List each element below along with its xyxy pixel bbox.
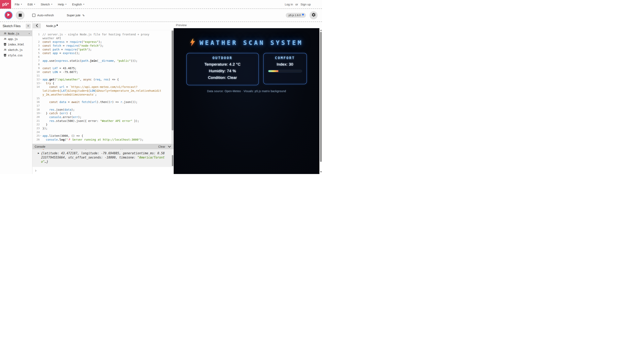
- scroll-down-arrow-icon[interactable]: [320, 171, 322, 173]
- line-number: 15: [32, 96, 42, 100]
- top-nav-bar: p5* File▾Edit▾Sketch▾Help▾English▾ Log i…: [0, 0, 322, 9]
- expand-triangle-icon[interactable]: ▶: [38, 151, 41, 164]
- add-file-button[interactable]: +: [26, 24, 30, 28]
- js-file-icon: JS: [4, 32, 6, 34]
- collapse-sidebar-button[interactable]: [32, 23, 41, 28]
- file-options-caret-icon[interactable]: ▾: [28, 32, 30, 34]
- menu-help[interactable]: Help▾: [58, 2, 66, 6]
- code-editor[interactable]: 1// server.js - single Node.js file for …: [32, 30, 174, 144]
- code-row[interactable]: 26 console.log(" Server running at http:…: [32, 138, 174, 142]
- code-row[interactable]: 7app.use(express.static(path.join(__dirn…: [32, 59, 174, 63]
- code-row[interactable]: 16 const data = await fetch(url).then((r…: [32, 100, 174, 104]
- sketch-name: Super jute ✎: [67, 13, 84, 17]
- console-entry-text: {latitude: 43.472187, longitude: -79.694…: [41, 151, 166, 164]
- pencil-icon[interactable]: ✎: [82, 14, 85, 16]
- js-file-icon: JS: [4, 49, 6, 51]
- code-text: [42, 55, 42, 59]
- code-row[interactable]: 1// server.js - single Node.js file for …: [32, 32, 174, 36]
- line-number: [32, 93, 42, 96]
- scroll-up-arrow-icon[interactable]: [320, 29, 322, 31]
- code-row[interactable]: 2const express = require("express");: [32, 40, 174, 44]
- caret-down-icon: ▾: [66, 3, 66, 5]
- editor-scrollbar-thumb[interactable]: [172, 30, 174, 130]
- code-row[interactable]: 12▾app.get("/api/weather", async (req, r…: [32, 78, 174, 81]
- code-row[interactable]: 13▾ try {: [32, 81, 174, 85]
- stop-sketch-button[interactable]: [16, 11, 24, 20]
- file-item-app-js[interactable]: JSapp.js: [0, 36, 32, 42]
- comfort-heading: COMFORT: [264, 56, 306, 60]
- code-row[interactable]: 9const LAT = 43.4675;: [32, 66, 174, 70]
- code-row[interactable]: 18 res.json(data);: [32, 108, 174, 112]
- code-row[interactable]: 25▾app.listen(3000, () => {: [32, 134, 174, 138]
- console-actions: Clear: [158, 145, 171, 148]
- line-number: 3: [32, 44, 42, 48]
- signup-link[interactable]: Sign up: [300, 2, 311, 6]
- file-item-node-js[interactable]: JSNode.js▾: [0, 31, 32, 36]
- line-number: 25▾: [32, 134, 42, 138]
- code-row[interactable]: latitude=${LAT}&longitude=${LON}&hourly=…: [32, 89, 174, 93]
- comfort-bar-fill: [268, 70, 278, 72]
- console-output[interactable]: 🚀 Server running at http://localhost:300…: [32, 149, 174, 167]
- console-entry-clipped: 🚀 Server running at http://localhost:300…: [32, 149, 174, 151]
- code-row[interactable]: 10const LON = -79.6877;: [32, 70, 174, 74]
- code-row[interactable]: 17: [32, 104, 174, 108]
- code-row[interactable]: 23});: [32, 126, 174, 130]
- code-row[interactable]: 8: [32, 62, 174, 66]
- code-row[interactable]: 19▾ } catch (err) {: [32, 111, 174, 115]
- editor-pane: Sketch Files + JSNode.js▾JSapp.js5index.…: [0, 22, 174, 174]
- line-number: 23: [32, 126, 42, 130]
- version-selector[interactable]: p5.js 1.6.0: [286, 13, 306, 18]
- js-file-icon: JS: [4, 38, 6, 40]
- line-number: 11: [32, 74, 42, 78]
- menu-file[interactable]: File▾: [15, 2, 22, 6]
- file-item-sketch-js[interactable]: JSsketch.js: [0, 47, 32, 52]
- console-input-row[interactable]: ›: [32, 167, 174, 174]
- menu-sketch[interactable]: Sketch▾: [41, 2, 52, 6]
- code-row[interactable]: 6: [32, 55, 174, 59]
- code-row[interactable]: 3const fetch = require("node-fetch");: [32, 44, 174, 48]
- code-text: });: [42, 126, 48, 130]
- code-row[interactable]: 24: [32, 130, 174, 134]
- settings-button[interactable]: [310, 11, 318, 19]
- p5-logo[interactable]: p5*: [0, 0, 11, 9]
- code-row[interactable]: 22 }: [32, 123, 174, 126]
- condition-value: Condition: Clear: [187, 75, 258, 80]
- console-scrollbar-thumb[interactable]: [172, 155, 173, 166]
- code-row[interactable]: 20 console.error(err);: [32, 115, 174, 119]
- code-row[interactable]: y_2m,weathercode&timezone=auto`;: [32, 93, 174, 96]
- code-text: y_2m,weathercode&timezone=auto`;: [42, 93, 97, 96]
- code-text: const url = `https://api.open-meteo.com/…: [42, 85, 138, 89]
- menu-english[interactable]: English▾: [72, 2, 84, 6]
- auto-refresh-checkbox[interactable]: [32, 14, 36, 17]
- page-scrollbar-thumb[interactable]: [320, 32, 322, 162]
- line-number: 9: [32, 66, 42, 70]
- console-clear-button[interactable]: Clear: [158, 145, 165, 148]
- line-number: 14: [32, 85, 42, 89]
- code-row[interactable]: 15: [32, 96, 174, 100]
- code-text: weather API: [42, 36, 61, 40]
- code-row[interactable]: 5const app = express();: [32, 51, 174, 55]
- sketch-canvas[interactable]: WEATHER SCAN SYSTEM OUTDOOR Temperature:…: [174, 28, 320, 174]
- outdoor-card: OUTDOOR Temperature: 4.2 °C Humidity: 74…: [186, 53, 259, 85]
- code-row[interactable]: 14 const url = `https://api.open-meteo.c…: [32, 85, 174, 89]
- line-number: 22: [32, 123, 42, 126]
- file-item-index-html[interactable]: 5index.html: [0, 42, 32, 47]
- code-text: res.json(data);: [42, 108, 75, 112]
- code-row[interactable]: 4const path = require("path");: [32, 48, 174, 51]
- chevron-down-icon[interactable]: [168, 145, 171, 148]
- page-scrollbar[interactable]: [320, 28, 322, 174]
- caret-down-icon: ▾: [21, 3, 22, 5]
- menu-edit[interactable]: Edit▾: [28, 2, 35, 6]
- preview-header: Preview: [174, 22, 322, 28]
- code-text: try {: [42, 81, 54, 85]
- code-row[interactable]: 21 res.status(500).json({ error: "Weathe…: [32, 119, 174, 123]
- stop-icon: [19, 14, 22, 17]
- tab-nodejs[interactable]: Node.js: [46, 24, 58, 27]
- code-row[interactable]: weather API: [32, 36, 174, 40]
- lightning-icon: [190, 38, 195, 47]
- editor-scrollbar[interactable]: [172, 30, 174, 144]
- login-link[interactable]: Log in: [285, 2, 293, 6]
- run-sketch-button[interactable]: [4, 11, 13, 19]
- file-item-style-css[interactable]: 3style.css: [0, 52, 32, 58]
- code-row[interactable]: 11: [32, 74, 174, 78]
